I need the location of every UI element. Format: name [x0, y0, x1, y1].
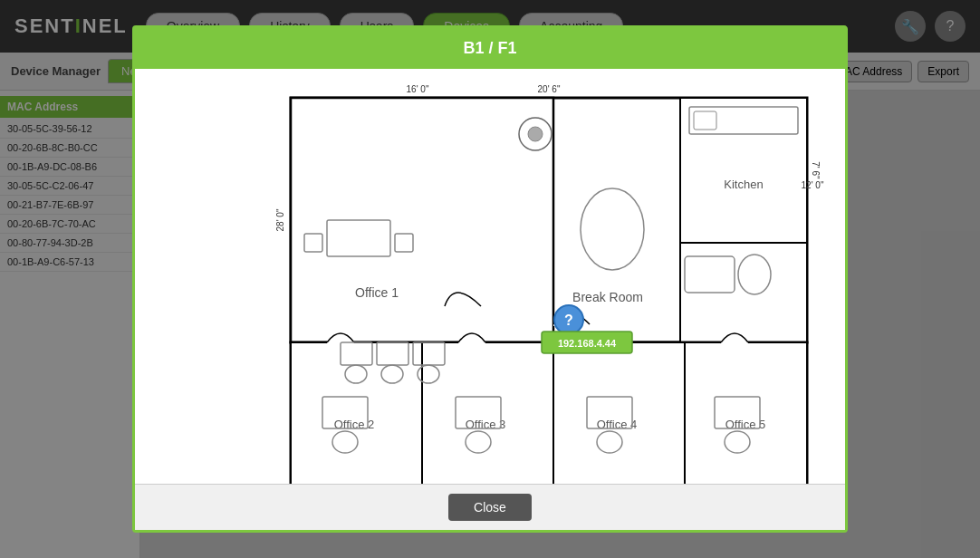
svg-text:?: ? — [564, 313, 573, 328]
floorplan-svg: Office 1 Break Room Kitchen Office 2 Off… — [146, 80, 834, 484]
modal-overlay: B1 / F1 — [0, 0, 980, 558]
svg-text:12' 0": 12' 0" — [802, 180, 824, 190]
svg-rect-7 — [553, 342, 685, 484]
svg-rect-5 — [291, 342, 422, 484]
svg-text:Kitchen: Kitchen — [724, 178, 763, 191]
modal-dialog: B1 / F1 — [132, 25, 848, 533]
svg-text:7' 6": 7' 6" — [811, 161, 821, 179]
modal-title: B1 / F1 — [135, 28, 845, 69]
svg-text:16' 0": 16' 0" — [407, 84, 429, 94]
svg-text:28' 0": 28' 0" — [275, 208, 285, 231]
modal-footer: Close — [135, 484, 845, 530]
modal-body: Office 1 Break Room Kitchen Office 2 Off… — [135, 69, 845, 484]
svg-rect-2 — [680, 98, 807, 243]
svg-text:20' 6": 20' 6" — [538, 84, 561, 94]
svg-text:192.168.4.44: 192.168.4.44 — [558, 338, 617, 349]
close-button[interactable]: Close — [448, 494, 532, 521]
svg-rect-8 — [685, 342, 807, 484]
svg-rect-6 — [422, 342, 553, 484]
svg-text:Office 1: Office 1 — [355, 285, 399, 300]
svg-text:Break Room: Break Room — [572, 290, 643, 304]
svg-point-47 — [528, 127, 543, 141]
